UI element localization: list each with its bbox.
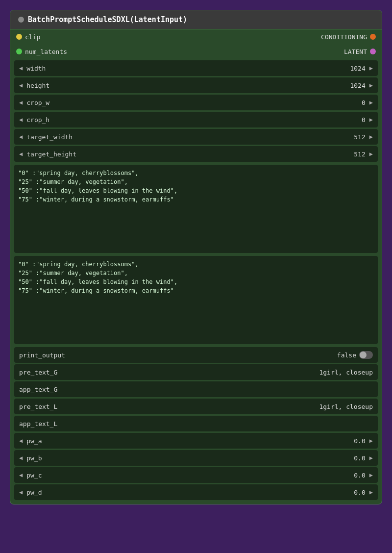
pw-c-decrease-btn[interactable]: ◀	[17, 471, 24, 479]
target-width-row: ◀ target_width 512 ▶	[14, 129, 378, 145]
print-output-toggle[interactable]	[359, 351, 373, 359]
latent-label: LATENT	[344, 48, 367, 55]
pw-a-value: 0.0	[354, 437, 367, 445]
target-width-label: target_width	[24, 133, 354, 141]
pw-b-value: 0.0	[354, 454, 367, 462]
pw-a-label: pw_a	[24, 437, 354, 445]
pre-text-l-value[interactable]: 1girl, closeup	[319, 403, 373, 410]
pw-d-value: 0.0	[354, 489, 367, 496]
target-height-decrease-btn[interactable]: ◀	[17, 150, 24, 158]
height-value: 1024	[350, 82, 367, 89]
conditioning-output-dot[interactable]	[370, 34, 376, 40]
target-height-value: 512	[354, 151, 367, 158]
pw-b-increase-btn[interactable]: ▶	[368, 453, 375, 462]
node-title: BatchPromptScheduleSDXL(LatentInput)	[28, 15, 187, 24]
text-area-2-content: "0" :"spring day, cherryblossoms", "25" …	[18, 260, 374, 295]
width-label: width	[24, 65, 350, 72]
crop-h-row: ◀ crop_h 0 ▶	[14, 112, 378, 127]
pw-b-decrease-btn[interactable]: ◀	[17, 453, 24, 462]
crop-w-value: 0	[362, 99, 368, 106]
print-output-value: false	[337, 352, 356, 359]
toggle-right: false	[337, 351, 373, 359]
crop-h-decrease-btn[interactable]: ◀	[17, 115, 24, 124]
latent-output-dot[interactable]	[370, 49, 376, 54]
pw-c-increase-btn[interactable]: ▶	[368, 471, 375, 479]
pw-a-increase-btn[interactable]: ▶	[368, 436, 375, 445]
io-left-num-latents: num_latents	[16, 48, 67, 55]
target-height-label: target_height	[24, 151, 354, 158]
conditioning-label: CONDITIONING	[321, 33, 367, 41]
pw-c-row: ◀ pw_c 0.0 ▶	[14, 467, 378, 483]
io-left-clip: clip	[16, 33, 40, 41]
crop-w-row: ◀ crop_w 0 ▶	[14, 95, 378, 110]
pw-d-increase-btn[interactable]: ▶	[368, 488, 375, 497]
pw-d-row: ◀ pw_d 0.0 ▶	[14, 484, 378, 500]
io-right-conditioning: CONDITIONING	[321, 33, 376, 41]
app-text-l-row: app_text_L	[14, 416, 378, 431]
pw-c-value: 0.0	[354, 472, 367, 479]
clip-input-dot[interactable]	[16, 34, 22, 40]
crop-h-increase-btn[interactable]: ▶	[368, 115, 375, 124]
node-container: BatchPromptScheduleSDXL(LatentInput) cli…	[10, 10, 382, 504]
num-latents-label: num_latents	[25, 48, 67, 55]
pw-d-decrease-btn[interactable]: ◀	[17, 488, 24, 497]
pw-a-row: ◀ pw_a 0.0 ▶	[14, 433, 378, 449]
height-row: ◀ height 1024 ▶	[14, 77, 378, 93]
crop-h-value: 0	[362, 116, 368, 124]
pw-b-label: pw_b	[24, 454, 354, 462]
height-label: height	[24, 82, 350, 89]
height-increase-btn[interactable]: ▶	[368, 81, 375, 90]
app-text-l-label: app_text_L	[19, 420, 57, 427]
print-output-label: print_output	[19, 352, 65, 359]
toggle-knob	[360, 352, 367, 358]
height-decrease-btn[interactable]: ◀	[17, 81, 24, 90]
target-width-increase-btn[interactable]: ▶	[368, 132, 375, 141]
pw-d-label: pw_d	[24, 489, 354, 496]
io-row-num-latents: num_latents LATENT	[10, 44, 382, 59]
text-area-2[interactable]: "0" :"spring day, cherryblossoms", "25" …	[14, 256, 378, 344]
pw-a-decrease-btn[interactable]: ◀	[17, 436, 24, 445]
crop-w-decrease-btn[interactable]: ◀	[17, 98, 24, 107]
target-width-value: 512	[354, 133, 367, 141]
target-width-decrease-btn[interactable]: ◀	[17, 132, 24, 141]
print-output-row: print_output false	[14, 347, 378, 363]
pre-text-l-label: pre_text_L	[19, 403, 57, 410]
text-area-1[interactable]: "0" :"spring day, cherryblossoms", "25" …	[14, 165, 378, 253]
app-text-g-label: app_text_G	[19, 386, 57, 393]
io-right-latent: LATENT	[344, 48, 376, 55]
pre-text-g-value[interactable]: 1girl, closeup	[319, 369, 373, 376]
crop-w-label: crop_w	[24, 99, 362, 106]
target-height-increase-btn[interactable]: ▶	[368, 150, 375, 158]
width-value: 1024	[350, 65, 367, 72]
header-dot	[18, 17, 24, 23]
text-area-1-content: "0" :"spring day, cherryblossoms", "25" …	[18, 169, 374, 204]
io-row-clip: clip CONDITIONING	[10, 29, 382, 44]
width-decrease-btn[interactable]: ◀	[17, 64, 24, 73]
target-height-row: ◀ target_height 512 ▶	[14, 146, 378, 162]
pw-c-label: pw_c	[24, 472, 354, 479]
app-text-g-row: app_text_G	[14, 381, 378, 397]
pre-text-g-label: pre_text_G	[19, 369, 57, 376]
width-row: ◀ width 1024 ▶	[14, 60, 378, 76]
clip-label: clip	[25, 33, 40, 41]
pre-text-l-row: pre_text_L 1girl, closeup	[14, 399, 378, 414]
crop-h-label: crop_h	[24, 116, 362, 124]
num-latents-input-dot[interactable]	[16, 49, 22, 54]
pre-text-g-row: pre_text_G 1girl, closeup	[14, 364, 378, 380]
node-header: BatchPromptScheduleSDXL(LatentInput)	[10, 10, 382, 29]
crop-w-increase-btn[interactable]: ▶	[368, 98, 375, 107]
pw-b-row: ◀ pw_b 0.0 ▶	[14, 450, 378, 466]
width-increase-btn[interactable]: ▶	[368, 64, 375, 73]
